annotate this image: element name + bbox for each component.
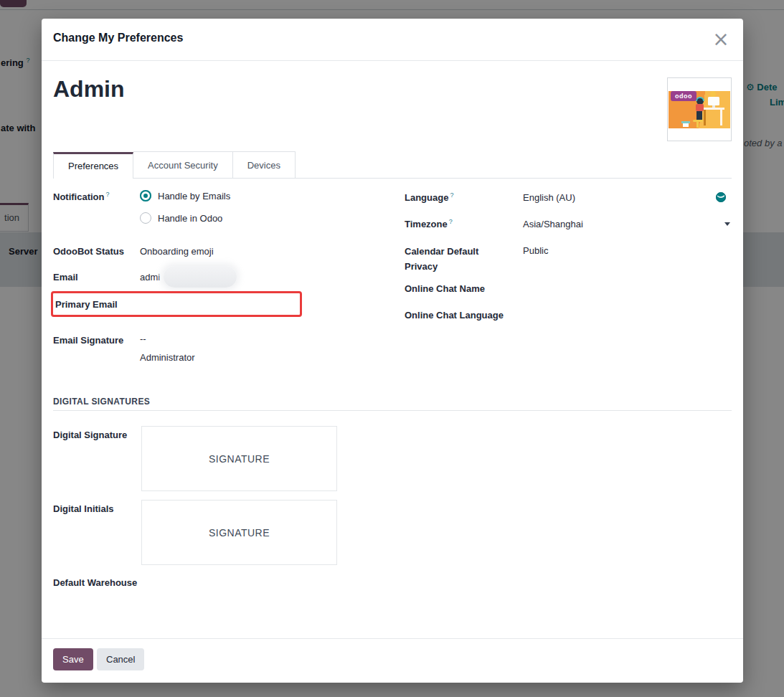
user-name-input[interactable]: Admin <box>53 76 125 103</box>
tab-devices[interactable]: Devices <box>233 151 296 179</box>
preferences-dialog: Change My Preferences × Admin <box>42 19 743 683</box>
radio-handle-by-emails[interactable]: Handle by Emails <box>140 189 230 202</box>
email-value[interactable]: admi <box>140 272 160 283</box>
digital-signatures-section-title: DIGITAL SIGNATURES <box>53 397 150 407</box>
language-value[interactable]: English (AU) <box>523 192 575 203</box>
timezone-label-text: Timezone <box>405 219 448 229</box>
odoo-logo: odoo <box>671 91 696 101</box>
calendar-privacy-label: Calendar Default Privacy <box>405 245 499 275</box>
close-icon[interactable]: × <box>709 27 733 52</box>
screen: ering ? ate with tion Server ⚙ Dete Lim … <box>0 0 784 697</box>
email-signature-line2[interactable]: Administrator <box>140 352 195 363</box>
radio-unselected-icon[interactable] <box>140 212 151 224</box>
odoobot-status-value[interactable]: Onboarding emoji <box>140 246 214 257</box>
online-chat-name-label: Online Chat Name <box>405 283 485 294</box>
calendar-privacy-value[interactable]: Public <box>523 245 548 256</box>
avatar[interactable]: odoo <box>667 77 732 141</box>
dialog-footer: Save Cancel <box>42 638 743 683</box>
help-icon: ? <box>449 218 453 225</box>
language-label: Language? <box>405 191 453 203</box>
email-signature-line1[interactable]: -- <box>140 333 146 344</box>
email-signature-label: Email Signature <box>53 335 123 346</box>
help-icon: ? <box>106 191 110 198</box>
cancel-button[interactable]: Cancel <box>97 648 144 670</box>
notification-label: Notification? <box>53 191 110 202</box>
timezone-select[interactable]: Asia/Shanghai <box>523 219 583 229</box>
online-chat-language-label: Online Chat Language <box>405 310 504 321</box>
signature-placeholder: SIGNATURE <box>209 527 270 539</box>
digital-signature-label: Digital Signature <box>53 430 127 440</box>
digital-initials-box[interactable]: SIGNATURE <box>141 500 337 565</box>
notification-label-text: Notification <box>53 191 105 202</box>
radio-label: Handle by Emails <box>158 191 230 201</box>
globe-icon[interactable] <box>716 192 726 202</box>
signature-placeholder: SIGNATURE <box>209 453 270 465</box>
help-icon: ? <box>450 191 453 199</box>
section-divider <box>53 410 732 411</box>
default-warehouse-label: Default Warehouse <box>53 577 137 588</box>
tab-preferences[interactable]: Preferences <box>53 152 133 179</box>
digital-signature-box[interactable]: SIGNATURE <box>141 426 337 491</box>
tab-bar: Preferences Account Security Devices <box>53 149 732 179</box>
language-label-text: Language <box>405 192 448 203</box>
redaction-blur <box>164 266 237 288</box>
odoobot-status-label: OdooBot Status <box>53 246 124 257</box>
timezone-label: Timezone? <box>405 218 453 229</box>
chevron-down-icon[interactable] <box>724 222 730 226</box>
dialog-header: Change My Preferences × <box>42 19 743 61</box>
radio-handle-in-odoo[interactable]: Handle in Odoo <box>140 212 222 224</box>
digital-initials-label: Digital Initials <box>53 503 114 514</box>
email-label: Email <box>53 272 78 283</box>
primary-email-highlight[interactable]: Primary Email <box>51 291 302 317</box>
radio-selected-icon[interactable] <box>140 190 151 201</box>
dialog-title: Change My Preferences <box>53 32 183 44</box>
primary-email-label: Primary Email <box>55 299 118 310</box>
radio-label: Handle in Odoo <box>158 213 222 224</box>
tab-account-security[interactable]: Account Security <box>133 151 233 179</box>
save-button[interactable]: Save <box>53 648 93 670</box>
